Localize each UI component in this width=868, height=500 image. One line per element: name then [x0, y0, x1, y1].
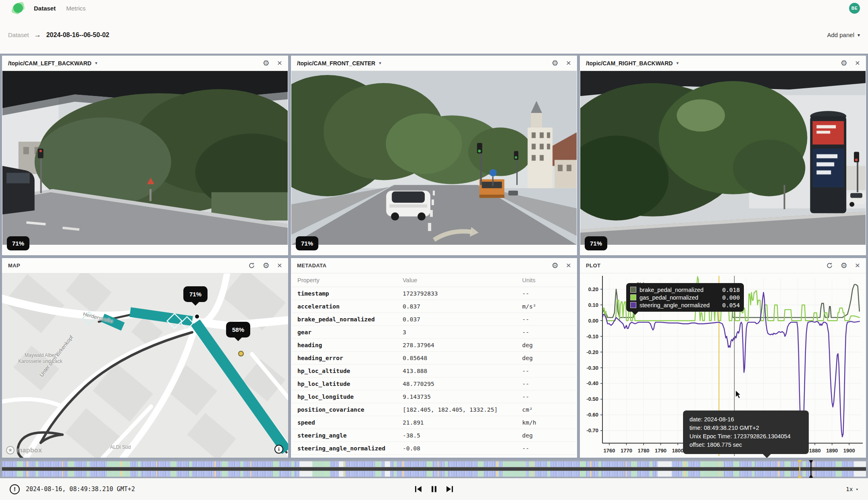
skip-to-end-button[interactable] — [444, 484, 455, 494]
gear-icon[interactable]: ⚙ — [552, 262, 559, 269]
units-cell: m/s² — [517, 300, 576, 313]
skip-to-start-button[interactable] — [413, 484, 424, 494]
close-icon[interactable]: × — [277, 261, 282, 269]
close-icon[interactable]: × — [855, 261, 860, 269]
topic-title[interactable]: /topic/CAM_RIGHT_BACKWARD — [586, 60, 673, 67]
value-cell: 21.891 — [397, 416, 517, 429]
close-icon[interactable]: × — [277, 58, 282, 67]
timeline-track-top[interactable] — [2, 461, 866, 467]
property-cell: steering_angle_normalized — [292, 442, 397, 455]
metadata-row: gear3-- — [292, 326, 576, 339]
y-tick-label: -0.50 — [586, 396, 598, 402]
value-cell: 413.888 — [397, 365, 517, 377]
plot-area[interactable]: 0.200.100.00-0.10-0.20-0.30-0.40-0.50-0.… — [580, 273, 866, 458]
timeline-gap — [854, 471, 866, 477]
clock-alert-icon[interactable]: ! — [10, 484, 20, 494]
value-cell: 278.37964 — [397, 339, 517, 352]
map-marker-58[interactable]: 58% — [226, 322, 250, 338]
gear-icon[interactable]: ⚙ — [841, 262, 847, 269]
refresh-icon[interactable] — [826, 262, 833, 269]
timeline-track-bottom[interactable] — [2, 471, 866, 477]
topic-title[interactable]: /topic/CAM_LEFT_BACKWARD — [8, 60, 91, 67]
timeline-scrubber[interactable] — [0, 460, 868, 478]
y-tick-label: 0.20 — [588, 286, 598, 292]
legend-item[interactable]: brake_pedal_normalized0.018 — [630, 286, 740, 294]
refresh-icon[interactable] — [248, 262, 255, 269]
map-marker-71[interactable]: 71% — [183, 286, 208, 302]
units-cell: -- — [517, 287, 576, 300]
breadcrumb-root[interactable]: Dataset — [8, 31, 29, 38]
legend-swatch — [630, 287, 636, 293]
close-icon[interactable]: × — [566, 58, 571, 67]
gear-icon[interactable]: ⚙ — [841, 59, 847, 67]
camera-scene — [291, 71, 577, 245]
white-car — [386, 191, 430, 221]
property-cell: speed — [292, 416, 397, 429]
legend-item[interactable]: gas_pedal_normalized0.000 — [630, 294, 740, 301]
legend-series-value: 0.054 — [722, 302, 740, 308]
pause-button[interactable] — [429, 484, 439, 494]
metadata-row: heading_error0.85648deg — [292, 352, 576, 365]
map-marker-dot-yellow — [238, 351, 244, 356]
units-cell: -- — [517, 326, 576, 339]
map-marker-dot-current — [194, 314, 200, 319]
legend-item[interactable]: steering_angle_normalized0.054 — [630, 301, 740, 309]
units-cell: -- — [517, 365, 576, 377]
x-tick-label: 1900 — [843, 448, 855, 454]
metadata-row: hp_loc_altitude413.888-- — [292, 365, 576, 377]
metadata-header-row: Property Value Units — [292, 273, 576, 287]
metadata-row: turn_signalLEFT-- — [292, 455, 576, 458]
property-cell: position_covariance — [292, 403, 397, 416]
map-info-icon[interactable]: i — [274, 445, 283, 454]
tab-dataset[interactable]: Dataset — [34, 5, 56, 12]
legend-series-name: steering_angle_normalized — [640, 302, 719, 308]
gear-icon[interactable]: ⚙ — [552, 59, 559, 67]
timeline-gap — [299, 471, 312, 477]
app-logo-icon[interactable] — [12, 2, 24, 14]
property-cell: hp_loc_altitude — [292, 365, 397, 377]
gear-icon[interactable]: ⚙ — [263, 59, 270, 67]
transport-bar: ! 2024-08-16, 08:49:38.210 GMT+2 1x ▾ — [0, 478, 868, 500]
mapbox-logo[interactable]: ★ mapbox — [6, 446, 42, 454]
map-canvas[interactable]: Herderstraße Unter dem Birkenkopf Maywal… — [2, 273, 288, 458]
plot-tooltip: date: 2024-08-16time: 08:49:38.210 GMT+2… — [683, 410, 809, 454]
coverage-badge: 71% — [296, 236, 318, 250]
legend-swatch — [630, 294, 636, 300]
y-tick-label: -0.60 — [586, 412, 598, 418]
add-panel-button[interactable]: Add panel ▾ — [827, 31, 860, 38]
timeline-gap — [658, 461, 671, 467]
metadata-table: Property Value Units timestamp1723792833… — [292, 273, 576, 458]
x-tick-label: 1880 — [809, 448, 821, 454]
close-icon[interactable]: × — [566, 261, 571, 269]
timeline-center-bar[interactable] — [2, 467, 866, 471]
value-cell: 3 — [397, 326, 517, 339]
chevron-down-icon[interactable]: ▾ — [379, 60, 381, 66]
metadata-row: heading278.37964deg — [292, 339, 576, 352]
property-cell: hp_loc_latitude — [292, 377, 397, 390]
topic-title[interactable]: /topic/CAM_FRONT_CENTER — [297, 60, 375, 67]
value-cell: LEFT — [397, 455, 517, 458]
chevron-down-icon: ▾ — [856, 487, 858, 492]
camera-image-front-center — [291, 71, 577, 245]
chevron-down-icon[interactable]: ▾ — [95, 60, 98, 66]
units-cell: km/h — [517, 416, 576, 429]
y-tick-label: -0.20 — [586, 349, 598, 355]
units-cell: -- — [517, 313, 576, 326]
avatar[interactable]: BE — [849, 3, 860, 14]
chevron-down-icon[interactable]: ▾ — [676, 60, 679, 66]
playback-controls — [413, 484, 455, 494]
legend-series-name: gas_pedal_normalized — [640, 294, 719, 301]
x-tick-label: 1800 — [672, 448, 684, 454]
column-units: Units — [517, 273, 576, 287]
playback-speed-select[interactable]: 1x ▾ — [846, 486, 858, 492]
tooltip-line: offset: 1806.775 sec — [689, 441, 802, 449]
property-cell: hp_loc_longitude — [292, 390, 397, 403]
value-cell: [182.405, 182.405, 1332.25] — [397, 403, 517, 416]
tab-metrics[interactable]: Metrics — [66, 5, 85, 12]
gear-icon[interactable]: ⚙ — [263, 262, 270, 269]
breadcrumb-current: 2024-08-16--06-50-02 — [46, 31, 110, 39]
close-icon[interactable]: × — [855, 58, 860, 67]
metadata-row: hp_loc_latitude48.770295-- — [292, 377, 576, 390]
x-tick-label: 1770 — [621, 448, 632, 454]
legend-series-name: brake_pedal_normalized — [640, 287, 719, 293]
